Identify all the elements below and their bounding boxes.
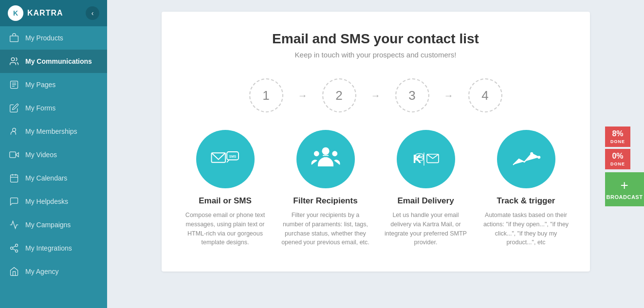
collapse-button[interactable]: ‹ [86,6,99,20]
feature-filter-recipients: Filter Recipients Filter your recipients… [281,130,370,247]
steps-row: 1 → 2 → 3 → 4 [181,78,570,112]
svg-rect-0 [10,36,18,42]
feature-track-trigger: Track & trigger Automate tasks based on … [482,130,570,247]
sidebar-item-my-campaigns[interactable]: My Campaigns [0,213,107,236]
sidebar-item-my-calendars[interactable]: My Calendars [0,166,107,190]
svg-point-35 [537,156,540,159]
track-trigger-icon-circle [497,130,555,188]
svg-line-16 [13,249,16,250]
broadcast-label: BROADCAST [607,194,643,200]
sidebar-item-my-agency[interactable]: My Agency [0,260,107,283]
sidebar-item-my-communications[interactable]: My Communications [0,50,107,73]
step-arrow-2: → [356,90,395,101]
badge-0-done-label: DONE [610,162,625,166]
svg-point-13 [16,244,18,247]
badge-8-percent[interactable]: 8% DONE [605,127,630,147]
features-row: SMS Email or SMS Compose email or phone … [181,130,570,247]
svg-rect-8 [10,152,16,158]
svg-text:SMS: SMS [229,155,236,158]
sidebar-label-my-calendars: My Calendars [25,174,67,182]
logo-area: K KARTRA [8,5,63,21]
content-card: Email and SMS your contact list Keep in … [162,12,590,272]
sidebar-item-my-forms[interactable]: My Forms [0,96,107,120]
sidebar-item-my-memberships[interactable]: My Memberships [0,120,107,143]
feature-title-delivery: Email Delivery [397,196,454,206]
sidebar-item-my-products[interactable]: My Products [0,26,107,50]
svg-line-17 [13,246,16,247]
feature-title-filter: Filter Recipients [293,196,357,206]
videos-icon [9,149,19,160]
feature-desc-email-sms: Compose email or phone text messages, us… [181,211,270,247]
sidebar-label-my-videos: My Videos [25,151,57,159]
badge-8-done-label: DONE [610,139,625,144]
page-subtitle: Keep in touch with your prospects and cu… [181,51,570,59]
step-arrow-1: → [283,90,322,101]
products-icon [9,33,19,43]
forms-icon [9,103,19,113]
step-1: 1 [249,78,283,112]
main-content: Email and SMS your contact list Keep in … [107,0,644,308]
step-2: 2 [322,78,356,112]
memberships-icon [9,126,19,137]
sidebar-label-my-communications: My Communications [25,57,92,65]
page-title: Email and SMS your contact list [181,31,570,47]
integrations-icon [9,243,19,254]
svg-point-14 [11,247,13,250]
sidebar-item-my-helpdesks[interactable]: My Helpdesks [0,190,107,213]
communications-icon [9,56,19,67]
email-sms-icon-circle: SMS [196,130,255,188]
feature-email-sms: SMS Email or SMS Compose email or phone … [181,130,270,247]
filter-recipients-icon-circle [296,130,355,188]
badge-8-percent-value: 8% [607,129,628,138]
sidebar-label-my-memberships: My Memberships [25,127,77,135]
svg-point-22 [314,151,318,156]
helpdesks-icon [9,196,19,207]
sidebar-item-my-videos[interactable]: My Videos [0,143,107,166]
feature-title-track: Track & trigger [497,196,555,206]
sidebar-label-my-helpdesks: My Helpdesks [25,198,68,205]
feature-desc-track: Automate tasks based on their actions: "… [482,211,570,247]
svg-rect-9 [11,175,18,182]
sidebar-header: K KARTRA ‹ [0,0,107,26]
svg-point-23 [332,151,337,156]
broadcast-button[interactable]: + BROADCAST [605,172,644,206]
agency-icon [9,266,19,277]
svg-marker-7 [16,153,18,157]
sidebar-item-my-integrations[interactable]: My Integrations [0,236,107,260]
svg-point-34 [530,152,533,155]
sidebar-label-my-products: My Products [25,34,63,42]
svg-point-6 [13,128,16,131]
sidebar: K KARTRA ‹ My Products My Communications… [0,0,107,308]
email-delivery-icon-circle: K [397,130,455,188]
sidebar-label-my-agency: My Agency [25,268,58,275]
badge-0-percent[interactable]: 0% DONE [605,149,630,169]
sidebar-item-my-pages[interactable]: My Pages [0,73,107,96]
step-arrow-3: → [429,90,468,101]
step-3: 3 [395,78,429,112]
sidebar-label-my-pages: My Pages [25,81,55,89]
campaigns-icon [9,219,19,230]
logo-text: KARTRA [27,9,63,18]
svg-rect-27 [423,153,424,166]
svg-point-1 [11,58,15,61]
step-4: 4 [468,78,502,112]
logo-icon: K [8,5,23,21]
feature-desc-filter: Filter your recipients by a number of pa… [281,211,370,247]
svg-point-21 [322,148,329,155]
right-panel: 8% DONE 0% DONE + BROADCAST [605,127,644,206]
sidebar-label-my-campaigns: My Campaigns [25,221,71,229]
svg-text:K: K [413,152,422,165]
sidebar-label-my-forms: My Forms [25,104,55,112]
pages-icon [9,79,19,90]
sidebar-label-my-integrations: My Integrations [25,244,72,252]
badge-0-percent-value: 0% [607,152,628,161]
calendars-icon [9,173,19,183]
broadcast-plus-icon: + [621,179,629,192]
feature-email-delivery: K Email Delivery Let us handle you [382,130,470,247]
feature-desc-delivery: Let us handle your email delivery via Ka… [382,211,470,247]
svg-point-15 [16,250,18,252]
feature-title-email-sms: Email or SMS [199,196,252,206]
